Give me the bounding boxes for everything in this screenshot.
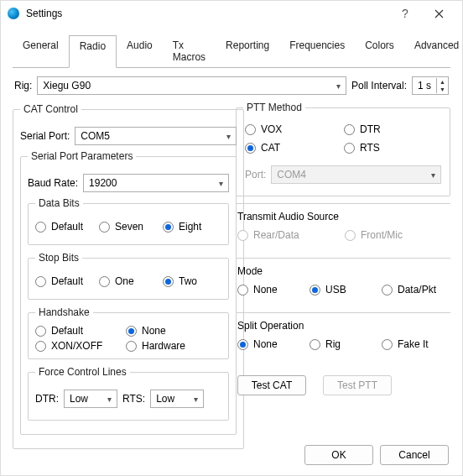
app-icon: [8, 8, 19, 19]
baud-rate-value: 19200: [89, 177, 117, 189]
poll-interval-stepper[interactable]: 1 s ▲▼: [412, 76, 449, 95]
mode-usb[interactable]: USB: [310, 284, 375, 296]
ptt-port-select: COM4 ▾: [271, 165, 441, 184]
data-bits-legend: Data Bits: [35, 197, 83, 209]
handshake-legend: Handshake: [35, 306, 93, 318]
baud-rate-select[interactable]: 19200 ▾: [83, 174, 229, 192]
ptt-vox[interactable]: VOX: [245, 123, 337, 135]
chevron-down-icon: ▾: [194, 395, 198, 404]
ptt-rts[interactable]: RTS: [344, 142, 409, 154]
window-title: Settings: [26, 8, 388, 19]
serial-params-group: Serial Port Parameters Baud Rate: 19200 …: [20, 150, 237, 435]
force-control-legend: Force Control Lines: [35, 366, 130, 378]
rig-label: Rig:: [14, 80, 32, 92]
stop-bits-group: Stop Bits Default One Two: [28, 252, 229, 300]
mode-data-pkt[interactable]: Data/Pkt: [382, 284, 447, 296]
mode-none[interactable]: None: [237, 284, 303, 296]
split-rig[interactable]: Rig: [310, 338, 375, 350]
tx-audio-rear: Rear/Data: [237, 229, 338, 241]
dtr-label: DTR:: [35, 393, 59, 405]
chevron-down-icon: ▾: [336, 81, 341, 91]
tx-audio-front: Front/Mic: [345, 229, 410, 241]
data-bits-group: Data Bits Default Seven Eight: [28, 197, 229, 245]
handshake-default[interactable]: Default: [35, 325, 119, 337]
split-operation-group: Split Operation None Rig Fake It: [236, 312, 450, 360]
tab-general[interactable]: General: [13, 35, 69, 68]
ok-button[interactable]: OK: [304, 445, 373, 465]
split-fake-it[interactable]: Fake It: [382, 338, 447, 350]
ptt-port-value: COM4: [277, 169, 306, 180]
cancel-button[interactable]: Cancel: [380, 445, 449, 465]
transmit-audio-legend: Transmit Audio Source: [236, 204, 450, 226]
tab-reporting[interactable]: Reporting: [216, 35, 279, 68]
tab-bar: General Radio Audio Tx Macros Reporting …: [13, 34, 450, 68]
ptt-dtr[interactable]: DTR: [344, 123, 409, 135]
chevron-down-icon: ▾: [226, 132, 231, 141]
ptt-cat[interactable]: CAT: [245, 142, 337, 154]
rig-select[interactable]: Xiegu G90 ▾: [37, 76, 346, 95]
chevron-down-icon: ▾: [431, 170, 435, 180]
serial-port-select[interactable]: COM5 ▾: [75, 127, 237, 145]
titlebar: Settings ?: [1, 1, 462, 26]
close-button[interactable]: [422, 2, 455, 25]
handshake-group: Handshake Default None XON/XOFF Hardware: [28, 306, 229, 359]
rig-value: Xiegu G90: [43, 80, 91, 92]
split-legend: Split Operation: [236, 313, 450, 335]
split-none[interactable]: None: [237, 338, 303, 350]
transmit-audio-group: Transmit Audio Source Rear/Data Front/Mi…: [236, 203, 450, 251]
serial-port-label: Serial Port:: [20, 130, 70, 142]
serial-params-legend: Serial Port Parameters: [28, 150, 136, 162]
ptt-method-group: PTT Method VOX DTR CAT RTS Port: COM4 ▾: [236, 102, 450, 196]
test-ptt-button: Test PTT: [323, 375, 392, 395]
tab-colors[interactable]: Colors: [355, 35, 404, 68]
tab-frequencies[interactable]: Frequencies: [279, 35, 355, 68]
tab-advanced[interactable]: Advanced: [404, 35, 463, 68]
cat-control-legend: CAT Control: [20, 103, 81, 115]
mode-legend: Mode: [236, 259, 450, 280]
rts-label: RTS:: [122, 393, 145, 405]
poll-interval-label: Poll Interval:: [351, 80, 407, 92]
data-bits-seven[interactable]: Seven: [99, 221, 158, 233]
rts-select[interactable]: Low▾: [150, 390, 204, 408]
cat-control-group: CAT Control Serial Port: COM5 ▾ Serial P…: [13, 103, 244, 449]
help-button[interactable]: ?: [388, 2, 422, 25]
baud-rate-label: Baud Rate:: [28, 177, 78, 189]
ptt-port-label: Port:: [245, 169, 266, 180]
poll-interval-value: 1 s: [413, 80, 436, 92]
chevron-down-icon: ▾: [219, 179, 223, 188]
tab-tx-macros[interactable]: Tx Macros: [163, 35, 216, 68]
chevron-down-icon: ▾: [107, 395, 112, 404]
serial-port-value: COM5: [81, 130, 110, 142]
stop-bits-two[interactable]: Two: [163, 275, 221, 287]
handshake-hardware[interactable]: Hardware: [126, 340, 210, 352]
force-control-lines-group: Force Control Lines DTR: Low▾ RTS: Low▾: [28, 366, 229, 421]
tab-radio[interactable]: Radio: [69, 35, 117, 68]
stop-bits-one[interactable]: One: [99, 275, 158, 287]
stepper-down-icon[interactable]: ▼: [437, 86, 448, 93]
test-cat-button[interactable]: Test CAT: [237, 375, 306, 395]
data-bits-default[interactable]: Default: [35, 221, 94, 233]
ptt-method-legend: PTT Method: [243, 102, 305, 113]
handshake-none[interactable]: None: [126, 325, 210, 337]
stop-bits-legend: Stop Bits: [35, 252, 82, 264]
data-bits-eight[interactable]: Eight: [163, 221, 221, 233]
close-icon: [434, 9, 444, 18]
handshake-xonxoff[interactable]: XON/XOFF: [35, 340, 119, 352]
stepper-up-icon[interactable]: ▲: [437, 78, 448, 86]
stop-bits-default[interactable]: Default: [35, 275, 94, 287]
dtr-select[interactable]: Low▾: [64, 390, 117, 408]
tab-audio[interactable]: Audio: [117, 35, 163, 68]
mode-group: Mode None USB Data/Pkt: [236, 258, 450, 306]
